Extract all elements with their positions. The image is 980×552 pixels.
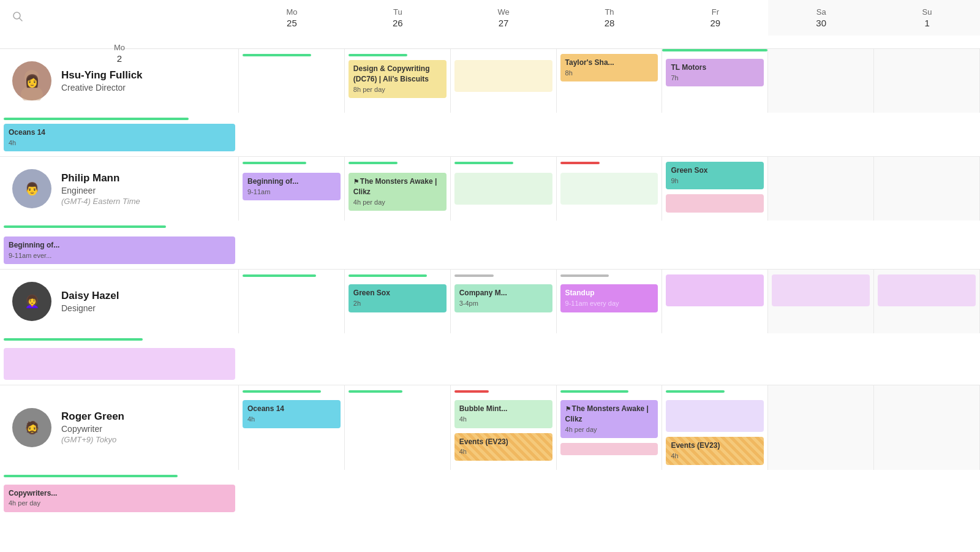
event-block-oceans-roger[interactable]: Oceans 14 4h	[243, 400, 341, 428]
event-title: Oceans 14	[247, 404, 336, 414]
event-sub: 4h	[9, 138, 230, 148]
event-title: Events (EV23)	[671, 440, 759, 451]
event-sub: 9-11am ever...	[9, 251, 230, 260]
day-cell-roger-sa30	[768, 385, 874, 469]
event-sub: 3-4pm	[459, 299, 548, 308]
person-role: Designer	[61, 303, 119, 313]
person-details-philip: Philip Mann Engineer (GMT-4) Eastern Tim…	[61, 172, 140, 206]
day-num: 30	[768, 18, 874, 28]
event-block-beginning2[interactable]: Beginning of... 9-11am ever...	[4, 236, 235, 264]
event-sub: 4h	[459, 447, 548, 456]
day-cell-philip-su1	[874, 157, 980, 221]
avail-bar	[4, 118, 189, 120]
event-block-taylors[interactable]: Taylor's Sha... 8h	[560, 54, 658, 81]
event-block-standup[interactable]: Standup 9-11am every day	[560, 284, 658, 312]
avail-bar	[560, 390, 629, 393]
event-block-monsters[interactable]: ⚑The Monsters Awake | Clikz 4h per day	[349, 173, 447, 211]
event-block-beginning[interactable]: Beginning of... 9-11am	[243, 173, 341, 200]
person-timezone: (GMT-4) Eastern Time	[61, 197, 140, 206]
search-icon[interactable]	[12, 11, 23, 25]
avail-bar	[4, 338, 143, 341]
avail-bar	[349, 274, 427, 277]
event-block-monsters-roger[interactable]: ⚑The Monsters Awake | Clikz 4h per day	[560, 400, 658, 438]
search-area[interactable]	[0, 0, 239, 36]
day-cell-hsu-sa30	[768, 49, 874, 113]
event-sub: 4h	[671, 452, 759, 461]
calendar-container: Mo 25 Tu 26 We 27 Th 28 Fr 29 Sa 30 Su 1…	[0, 0, 980, 552]
event-block-span	[454, 60, 552, 92]
day-cell-hsu-fr29: TL Motors 7h	[662, 49, 768, 113]
avatar-roger: 🧔	[12, 408, 51, 447]
event-title: ⚑The Monsters Awake | Clikz	[565, 404, 654, 425]
event-block-greensox-daisy[interactable]: Green Sox 2h	[349, 284, 447, 312]
event-sub: 8h	[565, 69, 654, 78]
day-cell-daisy-fr29	[662, 270, 768, 333]
event-title: Copywriters...	[9, 488, 230, 499]
person-name: Hsu-Ying Fullick	[61, 69, 143, 81]
event-block-events-ev23[interactable]: Events (EV23) 4h	[454, 433, 552, 461]
person-timezone: (GMT+9) Tokyo	[61, 435, 124, 444]
day-cell-roger-su1	[874, 385, 980, 469]
event-title: Beginning of...	[9, 240, 230, 251]
person-info-philip: 👨 Philip Mann Engineer (GMT-4) Eastern T…	[0, 157, 239, 221]
event-block-bubblemint[interactable]: Bubble Mint... 4h	[454, 400, 552, 428]
day-name: Th	[557, 7, 663, 17]
avail-bar	[454, 390, 489, 393]
day-cell-hsu-mo2: Oceans 14 4h	[0, 113, 239, 156]
event-block-pink[interactable]	[666, 194, 764, 213]
header-day-we27: We 27	[451, 0, 557, 36]
day-name: Su	[874, 7, 980, 17]
event-block-greensox[interactable]: Green Sox 9h	[666, 162, 764, 189]
person-info-hsu-ying: 👩 Hsu-Ying Fullick Creative Director	[0, 49, 239, 113]
event-block-copywriters[interactable]: Copywriters... 4h per day	[4, 485, 235, 512]
person-details-roger: Roger Green Copywriter (GMT+9) Tokyo	[61, 410, 124, 444]
event-sub: 8h per day	[353, 85, 442, 94]
day-cell-daisy-tu26: Green Sox 2h	[345, 270, 451, 333]
event-block[interactable]: Design & Copywriting (DC76) | Ali's Bisc…	[349, 60, 447, 98]
event-block-oceans[interactable]: Oceans 14 4h	[4, 124, 235, 151]
day-cell-roger-we27: Bubble Mint... 4h Events (EV23) 4h	[451, 385, 557, 469]
person-role: Creative Director	[61, 83, 143, 93]
header-day-th28: Th 28	[557, 0, 663, 36]
event-title: Standup	[565, 288, 654, 298]
avail-bar	[454, 274, 494, 277]
day-cell-roger-th28: ⚑The Monsters Awake | Clikz 4h per day	[557, 385, 663, 469]
person-details-hsu-ying: Hsu-Ying Fullick Creative Director	[61, 69, 143, 93]
day-cell-philip-we27	[451, 157, 557, 221]
person-row-hsu-ying: 👩 Hsu-Ying Fullick Creative Director Des…	[0, 49, 980, 157]
avail-bar	[662, 49, 767, 51]
avail-bar	[349, 54, 407, 56]
avail-bar	[349, 162, 398, 164]
person-name: Philip Mann	[61, 172, 140, 184]
day-name: Tu	[345, 7, 451, 17]
avail-bar	[243, 390, 321, 393]
person-role: Engineer	[61, 186, 140, 195]
event-sub: 9-11am every day	[565, 299, 654, 308]
person-name: Roger Green	[61, 410, 124, 423]
event-block-tlmotors[interactable]: TL Motors 7h	[666, 59, 764, 86]
day-cell-daisy-sa30	[768, 270, 874, 333]
avail-bar	[4, 225, 166, 228]
event-title: Bubble Mint...	[459, 404, 548, 414]
event-block-standup-span2	[772, 274, 870, 306]
person-role: Copywriter	[61, 424, 124, 434]
event-block-companym[interactable]: Company M... 3-4pm	[454, 284, 552, 312]
header-day-tu26: Tu 26	[345, 0, 451, 36]
event-title: Beginning of...	[247, 176, 336, 187]
person-name: Daisy Hazel	[61, 290, 119, 302]
event-block-events-ev23-fr[interactable]: Events (EV23) 4h	[666, 437, 764, 464]
day-cell-hsu-th28: Taylor's Sha... 8h	[557, 49, 663, 113]
person-row-philip: 👨 Philip Mann Engineer (GMT-4) Eastern T…	[0, 157, 980, 270]
event-title: Design & Copywriting (DC76) | Ali's Bisc…	[353, 64, 442, 85]
day-name: We	[451, 7, 557, 17]
header-day-mo25: Mo 25	[239, 0, 345, 36]
event-title: Green Sox	[671, 165, 759, 176]
svg-line-1	[20, 18, 23, 21]
event-sub: 4h per day	[565, 425, 654, 434]
event-sub: 9h	[671, 176, 759, 186]
event-sub: 2h	[353, 299, 442, 308]
day-cell-philip-tu26: ⚑The Monsters Awake | Clikz 4h per day	[345, 157, 451, 221]
day-cell-daisy-mo25	[239, 270, 345, 333]
event-title: ⚑The Monsters Awake | Clikz	[353, 176, 442, 197]
avail-bar	[666, 390, 725, 393]
